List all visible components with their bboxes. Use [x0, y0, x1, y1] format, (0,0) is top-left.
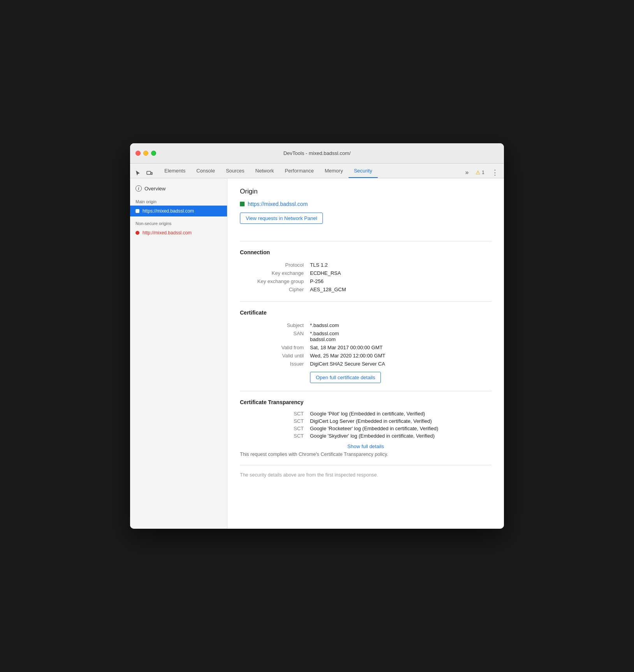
- valid-until-row: Valid until Wed, 25 Mar 2020 12:00:00 GM…: [240, 352, 491, 360]
- non-secure-url: http://mixed.badssl.com: [143, 230, 192, 236]
- protocol-label: Protocol: [240, 261, 310, 269]
- origin-url-link[interactable]: https://mixed.badssl.com: [248, 201, 308, 207]
- transparency-section: Certificate Transparency SCT Google 'Pil…: [240, 399, 491, 457]
- tabs: Elements Console Sources Network Perform…: [159, 164, 378, 178]
- sidebar-item-main-origin[interactable]: https://mixed.badssl.com: [130, 206, 227, 216]
- san-label: SAN: [240, 329, 310, 343]
- subject-value: *.badssl.com: [310, 321, 491, 329]
- divider-2: [240, 301, 491, 302]
- key-exchange-value: ECDHE_RSA: [310, 269, 491, 277]
- tab-network[interactable]: Network: [250, 164, 280, 178]
- transparency-heading: Certificate Transparency: [240, 399, 491, 405]
- sct-label-3: SCT: [240, 433, 310, 439]
- sct-value-3: Google 'Skydiver' log (Embedded in certi…: [310, 433, 435, 439]
- cipher-label: Cipher: [240, 285, 310, 294]
- non-secure-label: Non-secure origins: [130, 216, 227, 227]
- sct-row-3: SCT Google 'Skydiver' log (Embedded in c…: [240, 433, 491, 439]
- valid-until-label: Valid until: [240, 352, 310, 360]
- detail-panel: Origin https://mixed.badssl.com View req…: [227, 178, 504, 529]
- key-exchange-group-value: P-256: [310, 277, 491, 285]
- kebab-menu[interactable]: ⋮: [489, 167, 501, 178]
- sidebar-overview[interactable]: i Overview: [130, 181, 227, 195]
- subject-label: Subject: [240, 321, 310, 329]
- tab-bar: Elements Console Sources Network Perform…: [130, 164, 504, 178]
- close-button[interactable]: [136, 151, 141, 156]
- connection-heading: Connection: [240, 249, 491, 255]
- sct-label-0: SCT: [240, 411, 310, 417]
- certificate-section: Certificate Subject *.badssl.com SAN *.b…: [240, 310, 491, 383]
- protocol-row: Protocol TLS 1.2: [240, 261, 491, 269]
- tab-console[interactable]: Console: [191, 164, 220, 178]
- divider-1: [240, 241, 491, 241]
- main-content: i Overview Main origin https://mixed.bad…: [130, 178, 504, 529]
- sct-value-2: Google 'Rocketeer' log (Embedded in cert…: [310, 426, 438, 431]
- warning-count: 1: [482, 170, 484, 175]
- valid-until-value: Wed, 25 Mar 2020 12:00:00 GMT: [310, 352, 491, 360]
- san-row: SAN *.badssl.com badssl.com: [240, 329, 491, 343]
- certificate-table: Subject *.badssl.com SAN *.badssl.com ba…: [240, 321, 491, 368]
- tab-security[interactable]: Security: [349, 164, 378, 178]
- connection-section: Connection Protocol TLS 1.2 Key exchange…: [240, 249, 491, 294]
- issuer-value: DigiCert SHA2 Secure Server CA: [310, 360, 491, 368]
- main-origin-url: https://mixed.badssl.com: [143, 208, 194, 214]
- cipher-value: AES_128_GCM: [310, 285, 491, 294]
- devtools-window: DevTools - mixed.badssl.com/ Elements Co…: [130, 143, 504, 529]
- key-exchange-label: Key exchange: [240, 269, 310, 277]
- cipher-row: Cipher AES_128_GCM: [240, 285, 491, 294]
- warning-badge[interactable]: ⚠ 1: [473, 168, 487, 177]
- warning-icon: ⚠: [475, 169, 481, 176]
- sct-label-2: SCT: [240, 426, 310, 431]
- show-full-details-link[interactable]: Show full details: [240, 443, 491, 449]
- footer-note: The security details above are from the …: [240, 465, 491, 478]
- toolbar-left: [133, 169, 154, 178]
- window-title: DevTools - mixed.badssl.com/: [284, 150, 351, 156]
- valid-from-label: Valid from: [240, 343, 310, 352]
- title-bar: DevTools - mixed.badssl.com/: [130, 143, 504, 164]
- transparency-policy-note: This request complies with Chrome's Cert…: [240, 452, 491, 457]
- connection-table: Protocol TLS 1.2 Key exchange ECDHE_RSA …: [240, 261, 491, 294]
- more-tabs-button[interactable]: »: [463, 167, 471, 178]
- key-exchange-row: Key exchange ECDHE_RSA: [240, 269, 491, 277]
- traffic-lights: [136, 151, 156, 156]
- open-certificate-button[interactable]: Open full certificate details: [310, 372, 381, 383]
- view-requests-button[interactable]: View requests in Network Panel: [240, 213, 323, 224]
- sct-row-1: SCT DigiCert Log Server (Embedded in cer…: [240, 418, 491, 424]
- sct-row-2: SCT Google 'Rocketeer' log (Embedded in …: [240, 426, 491, 431]
- tab-memory[interactable]: Memory: [319, 164, 349, 178]
- key-exchange-group-row: Key exchange group P-256: [240, 277, 491, 285]
- origin-url-row: https://mixed.badssl.com: [240, 201, 491, 207]
- sidebar: i Overview Main origin https://mixed.bad…: [130, 178, 227, 529]
- tab-elements[interactable]: Elements: [159, 164, 191, 178]
- responsive-icon[interactable]: [145, 169, 154, 178]
- origin-heading: Origin: [240, 188, 491, 195]
- sct-value-0: Google 'Pilot' log (Embedded in certific…: [310, 411, 425, 417]
- valid-from-value: Sat, 18 Mar 2017 00:00:00 GMT: [310, 343, 491, 352]
- sct-label-1: SCT: [240, 418, 310, 424]
- minimize-button[interactable]: [143, 151, 148, 156]
- insecure-origin-indicator: [136, 231, 139, 235]
- secure-origin-indicator: [136, 209, 139, 213]
- svg-rect-1: [151, 172, 152, 174]
- maximize-button[interactable]: [151, 151, 156, 156]
- san-value: *.badssl.com badssl.com: [310, 329, 491, 343]
- issuer-label: Issuer: [240, 360, 310, 368]
- overview-label: Overview: [144, 186, 166, 192]
- divider-3: [240, 391, 491, 391]
- certificate-heading: Certificate: [240, 310, 491, 316]
- info-icon: i: [136, 185, 142, 192]
- tab-bar-right: » ⚠ 1 ⋮: [463, 167, 501, 178]
- key-exchange-group-label: Key exchange group: [240, 277, 310, 285]
- main-origin-label: Main origin: [130, 195, 227, 206]
- tab-performance[interactable]: Performance: [279, 164, 319, 178]
- subject-row: Subject *.badssl.com: [240, 321, 491, 329]
- origin-secure-icon: [240, 202, 245, 206]
- protocol-value: TLS 1.2: [310, 261, 491, 269]
- valid-from-row: Valid from Sat, 18 Mar 2017 00:00:00 GMT: [240, 343, 491, 352]
- svg-rect-0: [147, 171, 151, 174]
- sct-row-0: SCT Google 'Pilot' log (Embedded in cert…: [240, 411, 491, 417]
- cursor-icon[interactable]: [133, 169, 143, 178]
- sidebar-item-non-secure-origin[interactable]: http://mixed.badssl.com: [130, 227, 227, 238]
- issuer-row: Issuer DigiCert SHA2 Secure Server CA: [240, 360, 491, 368]
- sct-value-1: DigiCert Log Server (Embedded in certifi…: [310, 418, 432, 424]
- tab-sources[interactable]: Sources: [220, 164, 250, 178]
